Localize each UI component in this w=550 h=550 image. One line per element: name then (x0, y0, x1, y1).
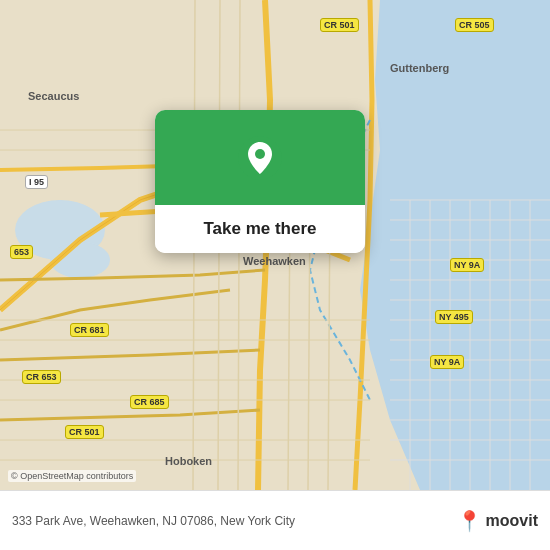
place-label-hoboken: Hoboken (165, 455, 212, 467)
moovit-text: moovit (486, 512, 538, 530)
road-badge-i95: I 95 (25, 175, 48, 189)
moovit-logo: 📍 moovit (457, 509, 538, 533)
road-badge-cr501-bot: CR 501 (65, 425, 104, 439)
address-text: 333 Park Ave, Weehawken, NJ 07086, New Y… (12, 513, 457, 528)
location-pin-icon (236, 134, 284, 182)
road-badge-ny9a-top: NY 9A (450, 258, 484, 272)
moovit-pin-icon: 📍 (457, 509, 482, 533)
osm-attribution: © OpenStreetMap contributors (8, 470, 136, 482)
popup-header (155, 110, 365, 205)
place-label-guttenberg: Guttenberg (390, 62, 449, 74)
road-badge-653: 653 (10, 245, 33, 259)
place-label-secaucus: Secaucus (28, 90, 79, 102)
road-badge-ny495: NY 495 (435, 310, 473, 324)
road-badge-cr501-top: CR 501 (320, 18, 359, 32)
take-me-there-button[interactable]: Take me there (155, 205, 365, 253)
road-badge-ny9a-bot: NY 9A (430, 355, 464, 369)
road-badge-cr681: CR 681 (70, 323, 109, 337)
svg-point-5 (255, 149, 265, 159)
road-badge-cr505: CR 505 (455, 18, 494, 32)
road-badge-cr653: CR 653 (22, 370, 61, 384)
map-view: Secaucus Guttenberg Weehawken Hoboken CR… (0, 0, 550, 490)
bottom-bar: 333 Park Ave, Weehawken, NJ 07086, New Y… (0, 490, 550, 550)
place-label-weehawken: Weehawken (243, 255, 306, 267)
road-badge-cr685: CR 685 (130, 395, 169, 409)
attribution-link[interactable]: 333 Park Ave, Weehawken, NJ 07086, New Y… (12, 514, 295, 528)
popup-card: Take me there (155, 110, 365, 253)
